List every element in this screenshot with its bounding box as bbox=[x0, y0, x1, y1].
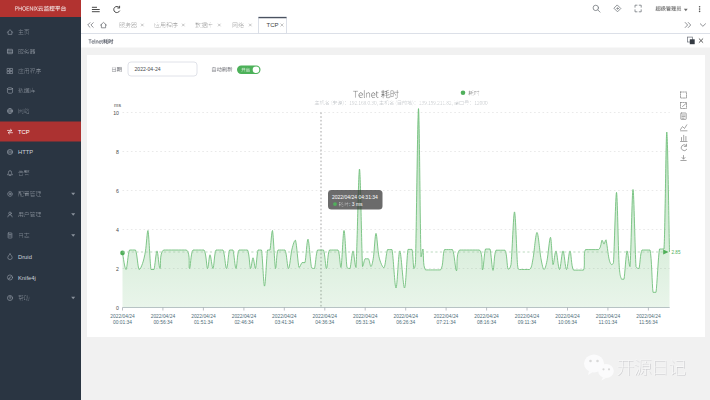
svg-text:07:21:34: 07:21:34 bbox=[437, 320, 456, 325]
svg-text:2: 2 bbox=[116, 266, 119, 272]
svg-text:8: 8 bbox=[116, 149, 119, 155]
svg-text:2022/04/24: 2022/04/24 bbox=[515, 314, 540, 319]
svg-text:06:26:34: 06:26:34 bbox=[396, 320, 415, 325]
svg-text:2022/04/24: 2022/04/24 bbox=[393, 314, 418, 319]
svg-text:03:41:34: 03:41:34 bbox=[275, 320, 294, 325]
svg-text:4: 4 bbox=[116, 227, 119, 233]
svg-text:: 3 ms: : 3 ms bbox=[349, 201, 363, 207]
svg-text:02:46:34: 02:46:34 bbox=[234, 320, 253, 325]
svg-text:11:56:34: 11:56:34 bbox=[639, 320, 658, 325]
svg-text:2022/04/24: 2022/04/24 bbox=[596, 314, 621, 319]
svg-text:TCP: TCP bbox=[18, 129, 30, 135]
svg-text:2022/04/24: 2022/04/24 bbox=[434, 314, 459, 319]
svg-text:HTTP: HTTP bbox=[18, 149, 33, 155]
svg-text:2022/04/24 04:31:34: 2022/04/24 04:31:34 bbox=[332, 194, 378, 200]
svg-text:2022/04/24: 2022/04/24 bbox=[232, 314, 257, 319]
svg-text:00:01:34: 00:01:34 bbox=[113, 320, 132, 325]
svg-text:2022/04/24: 2022/04/24 bbox=[272, 314, 297, 319]
svg-text:2022/04/24: 2022/04/24 bbox=[636, 314, 661, 319]
svg-text:2022/04/24: 2022/04/24 bbox=[110, 314, 135, 319]
svg-text:2022/04/24: 2022/04/24 bbox=[555, 314, 580, 319]
svg-text:10: 10 bbox=[113, 110, 119, 116]
svg-text:Knife4j: Knife4j bbox=[18, 275, 36, 281]
svg-text:Druid: Druid bbox=[18, 254, 32, 260]
svg-text:08:16:34: 08:16:34 bbox=[477, 320, 496, 325]
svg-text:2022/04/24: 2022/04/24 bbox=[151, 314, 176, 319]
svg-text:05:31:34: 05:31:34 bbox=[356, 320, 375, 325]
svg-text:2022/04/24: 2022/04/24 bbox=[313, 314, 338, 319]
svg-text:2022/04/24: 2022/04/24 bbox=[191, 314, 216, 319]
svg-text:ms: ms bbox=[114, 102, 121, 108]
svg-text:6: 6 bbox=[116, 188, 119, 194]
svg-text:01:51:34: 01:51:34 bbox=[194, 320, 213, 325]
svg-text:2022-04-24: 2022-04-24 bbox=[135, 66, 161, 72]
svg-text:04:36:34: 04:36:34 bbox=[315, 320, 334, 325]
svg-text:2.85: 2.85 bbox=[672, 250, 681, 255]
svg-text:TCP: TCP bbox=[267, 22, 279, 28]
svg-text:2022/04/24: 2022/04/24 bbox=[353, 314, 378, 319]
svg-text:09:11:34: 09:11:34 bbox=[518, 320, 537, 325]
svg-text:0: 0 bbox=[116, 305, 119, 311]
svg-text:10:06:34: 10:06:34 bbox=[558, 320, 577, 325]
svg-text:11:01:34: 11:01:34 bbox=[599, 320, 618, 325]
svg-text:00:56:34: 00:56:34 bbox=[153, 320, 172, 325]
svg-text:2022/04/24: 2022/04/24 bbox=[474, 314, 499, 319]
